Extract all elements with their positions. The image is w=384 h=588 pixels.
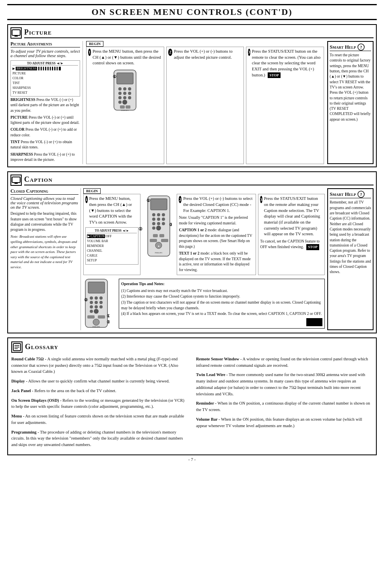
picture-step2: 2 Press the VOL (+) or (-) buttons to ad… [166, 47, 244, 164]
glossary-item-menu: Menu - An on screen listing of feature c… [11, 413, 188, 426]
caption-step1-text: Press the MENU button, then press the CH… [89, 196, 139, 225]
operation-tip-4: (4) If a black box appears on screen, yo… [121, 311, 322, 317]
menu-item-picture: PICTURE [12, 71, 78, 76]
svg-point-7 [128, 87, 131, 90]
svg-point-14 [118, 101, 122, 104]
step1-circle: 1 [88, 49, 91, 56]
picture-adjust-label: TO ADJUST PRESS ◄/► [12, 62, 78, 66]
picture-steps-area: BEGIN 1 Press the MENU button, then pres… [86, 41, 324, 164]
closed-captioning-title: Closed Captioning [10, 188, 78, 195]
main-title: On Screen Menu Controls (Cont'd) [7, 4, 377, 20]
caption-remote-area: ② [142, 194, 175, 275]
caption-step3-text: Press the STATUS/EXIT button on the remo… [264, 196, 323, 237]
svg-point-33 [152, 222, 155, 225]
svg-point-62 [93, 319, 99, 325]
caption-smart-help-title: Smart Help ? [330, 191, 371, 198]
picture-definitions: BRIGHTNESS Press the VOL (-) or (+) unti… [10, 97, 80, 162]
svg-text:PHILIPS: PHILIPS [121, 109, 129, 111]
svg-text:①: ① [113, 74, 116, 79]
caption-steps-row: 1 Press the MENU button, then press the … [83, 194, 325, 275]
glossary-item-volume-bar: Volume Bar - When in the ON position, th… [196, 416, 373, 429]
cc-body-text: Designed to help the hearing impaired, t… [10, 211, 78, 232]
svg-text:PHILIPS: PHILIPS [93, 326, 100, 328]
caption-steps-container: BEGIN 1 Press the MENU button, then pres… [83, 188, 325, 330]
svg-rect-0 [12, 30, 20, 35]
svg-point-37 [156, 226, 161, 230]
svg-point-13 [128, 96, 131, 99]
caption-step1: 1 Press the MENU button, then press the … [83, 194, 140, 275]
caption-icon [10, 175, 22, 186]
operation-tips-title: Operation Tips and Notes: [121, 281, 322, 287]
svg-rect-39 [159, 234, 164, 237]
picture-title: Picture [24, 28, 374, 38]
svg-rect-61 [98, 315, 105, 319]
glossary-item-round-cable: Round Cable 75Ω - A single solid antenna… [11, 356, 188, 375]
svg-point-57 [99, 305, 103, 308]
svg-text:●: ● [158, 245, 159, 248]
svg-point-12 [123, 96, 126, 99]
svg-text:?: ? [360, 192, 362, 197]
menu-item-brightness: ▶ BRIGHTNESS ▌▌▌▌▌▌▌▌▌▌ [12, 66, 78, 71]
smart-help-text: To reset the picture controls to origina… [330, 53, 371, 122]
cc-note-text: Note: Broadcast stations will often use … [10, 234, 78, 269]
caption-step2-details: Note: Usually "CAPTION 1" is the preferr… [179, 215, 254, 273]
caption-step3: 3 Press the STATUS/EXIT button on the re… [258, 194, 325, 275]
caption-step2: 2 Press the VOL (+) or (-) buttons to se… [177, 194, 256, 275]
svg-text:①: ① [147, 198, 150, 203]
caption-body: Closed Captioning Closed Captioning allo… [10, 188, 374, 330]
svg-point-9 [123, 92, 126, 95]
svg-rect-26 [151, 199, 167, 210]
svg-point-54 [99, 301, 103, 304]
svg-point-35 [162, 222, 165, 225]
text-mode-black-box [306, 318, 322, 326]
glossary-item-display: Display - Allows the user to quickly con… [11, 378, 188, 384]
caption-step2-circle: 2 [179, 196, 182, 203]
svg-point-53 [95, 301, 98, 304]
svg-point-8 [118, 92, 122, 95]
glossary-item-reminder: Reminder - When in the ON position, a co… [196, 400, 373, 413]
svg-text:PHILIPS: PHILIPS [155, 252, 163, 254]
glossary-title: Glossary [25, 343, 58, 351]
smart-help-title: Smart Help ? [330, 43, 371, 51]
svg-rect-38 [153, 234, 158, 237]
svg-point-29 [162, 213, 165, 216]
glossary-item-twin-lead: Twin Lead Wire - The more commonly used … [196, 372, 373, 397]
svg-point-32 [162, 218, 165, 221]
svg-point-27 [152, 213, 155, 216]
menu-item-tvreset: TV RESET [12, 90, 78, 95]
caption-remote-small: PHILIPS ② ① ③ [83, 277, 116, 330]
glossary-left-col: Round Cable 75Ω - A single solid antenna… [11, 356, 188, 451]
svg-point-36 [152, 226, 155, 230]
glossary-section: Glossary Round Cable 75Ω - A single soli… [7, 337, 377, 455]
caption-smart-help-text: Remember, not all TV programs and commer… [330, 200, 371, 275]
svg-point-15 [122, 100, 127, 105]
svg-point-58 [90, 310, 93, 313]
glossary-item-programming: Programming - The procedure of adding or… [11, 429, 188, 448]
svg-rect-4 [117, 73, 133, 84]
svg-rect-17 [126, 105, 130, 109]
remote-diagram-1: PHILIPS ① [88, 68, 162, 112]
caption-section: Caption Closed Captioning Closed Caption… [7, 171, 377, 333]
svg-rect-16 [120, 105, 125, 109]
svg-point-50 [95, 296, 98, 300]
glossary-item-osd: On Screen Displays (OSD) - Refers to the… [11, 397, 188, 410]
svg-rect-22 [12, 177, 20, 183]
glossary-item-remote-sensor: Remote Sensor Window - A window or openi… [196, 356, 373, 369]
svg-point-28 [157, 213, 160, 216]
page-number: - 7 - [7, 457, 377, 462]
picture-smart-help: Smart Help ? To reset the picture contro… [327, 41, 374, 164]
svg-point-5 [118, 87, 122, 90]
glossary-header: Glossary [11, 341, 373, 353]
operation-tip-1: (1) Captions and texts may not exactly m… [121, 288, 322, 294]
operation-tips-area: PHILIPS ② ① ③ Operation Tips and Notes: … [83, 277, 325, 330]
step2-circle: 2 [168, 49, 172, 56]
operation-tip-3: (3) The caption or text characters will … [121, 300, 322, 311]
svg-rect-41 [161, 239, 168, 242]
caption-step3-note: To cancel, set the CAPTION feature to OF… [260, 239, 323, 250]
svg-text:?: ? [360, 45, 362, 49]
picture-menu-items: ▶ BRIGHTNESS ▌▌▌▌▌▌▌▌▌▌ PICTURE COLOR TI… [12, 66, 78, 95]
step1-text: Press the MENU button, then press the CH… [93, 49, 162, 66]
svg-point-31 [157, 218, 160, 221]
svg-point-30 [152, 218, 155, 221]
svg-rect-40 [150, 239, 157, 242]
